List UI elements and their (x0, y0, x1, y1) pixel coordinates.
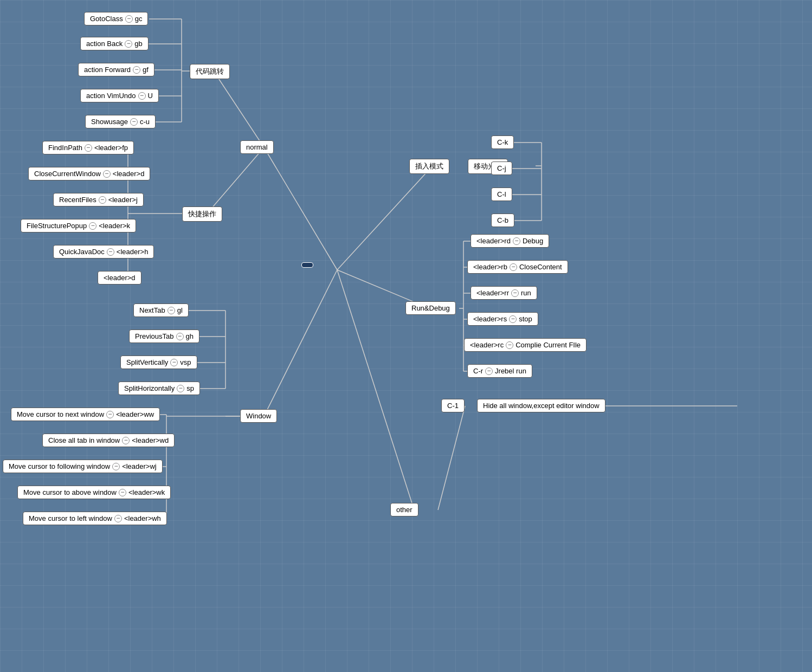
branch-insert: 插入模式 (409, 159, 449, 174)
branch-daimao: 代码跳转 (190, 64, 230, 79)
node-cursorabove: Move cursor to above window − <leader>wk (17, 486, 171, 499)
node-cj: C-j (491, 161, 512, 175)
node-ck: C-k (491, 135, 514, 149)
svg-line-9 (207, 147, 264, 214)
svg-line-18 (264, 270, 337, 416)
node-stop: <leader>rs − stop (467, 312, 538, 326)
svg-line-0 (264, 147, 337, 270)
node-actionforward: action Forward − gf (78, 63, 154, 76)
node-closecontent: <leader>rb − CloseContent (467, 260, 568, 274)
node-recentfiles: RecentFiles − <leader>j (53, 193, 144, 206)
branch-rundebug: Run&Debug (405, 301, 456, 315)
node-c1: C-1 (441, 399, 465, 412)
node-debug: <leader>rd − Debug (471, 234, 549, 248)
node-findinpath: FindInPath − <leader>fp (42, 141, 134, 154)
node-actionback: action Back − gb (80, 37, 149, 50)
svg-line-32 (337, 166, 433, 270)
node-splitv: SplitVertically − vsp (120, 356, 197, 369)
node-cb: C-b (491, 214, 514, 227)
node-filestructure: FileStructurePopup − <leader>k (21, 219, 136, 232)
node-cl: C-l (491, 188, 512, 201)
node-closecurrent: CloseCurrentWindow − <leader>d (28, 167, 150, 180)
svg-line-1 (214, 71, 264, 147)
node-hide: Hide all window,except editor window (477, 399, 605, 412)
node-vimundo: action VimUndo − U (80, 89, 159, 102)
branch-quickops: 快捷操作 (182, 206, 222, 222)
branch-window: Window (240, 409, 277, 423)
node-jrebel: C-r − Jrebel run (467, 364, 532, 378)
node-cursorleft: Move cursor to left window − <leader>wh (23, 512, 167, 525)
node-prevtab: PreviousTab − gh (129, 329, 199, 343)
node-compile: <leader>rc − Complie Current FIle (464, 338, 587, 352)
node-run: <leader>rr − run (471, 286, 537, 300)
node-gotoclass: GotoClass − gc (84, 12, 148, 25)
node-quickjavadoc: QuickJavaDoc − <leader>h (53, 245, 154, 259)
node-cursorfollowing: Move cursor to following window − <leade… (3, 460, 163, 473)
node-cursornext: Move cursor to next window − <leader>ww (11, 408, 160, 421)
node-leaderd: <leader>d (98, 271, 141, 285)
node-splith: SplitHorizontally − sp (118, 382, 200, 395)
branch-other: other (390, 503, 418, 516)
center-node (301, 262, 313, 268)
node-showusage: Showusage − c-u (85, 115, 156, 128)
node-nexttab: NextTab − gl (133, 303, 189, 317)
svg-line-50 (438, 406, 465, 510)
node-closetab: Close all tab in window − <leader>wd (42, 434, 175, 447)
branch-normal: normal (240, 140, 274, 154)
svg-line-49 (337, 270, 414, 510)
